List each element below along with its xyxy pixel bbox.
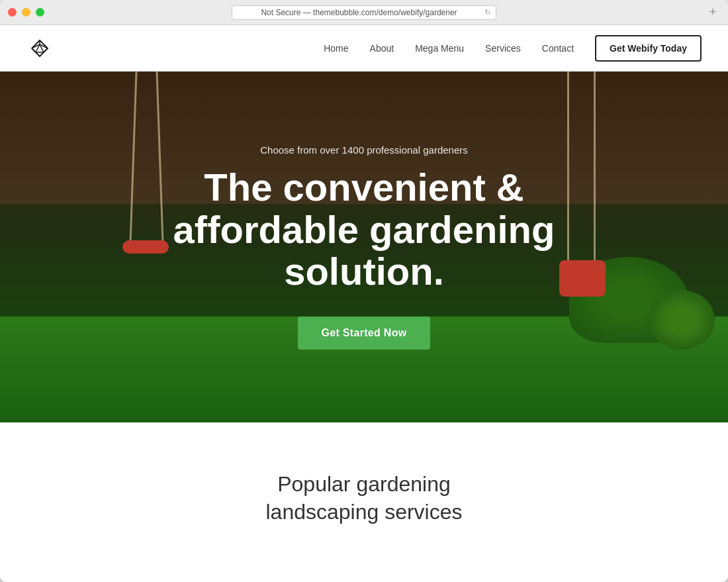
close-button[interactable] xyxy=(8,8,17,17)
hero-section: Choose from over 1400 professional garde… xyxy=(0,72,728,422)
nav-item-services[interactable]: Services xyxy=(485,43,521,54)
nav-item-contact[interactable]: Contact xyxy=(542,43,574,54)
browser-window: Not Secure — themebubble.com/demo/webify… xyxy=(0,0,728,582)
nav-links: Home About Mega Menu Services Contact Ge… xyxy=(324,35,702,62)
address-bar-text: Not Secure — themebubble.com/demo/webify… xyxy=(238,8,480,17)
below-fold-title: Popular gardeninglandscaping services xyxy=(265,471,462,526)
minimize-button[interactable] xyxy=(22,8,30,17)
traffic-lights xyxy=(8,8,44,17)
hero-subtitle: Choose from over 1400 professional garde… xyxy=(260,144,468,156)
nav-item-mega-menu[interactable]: Mega Menu xyxy=(415,43,464,54)
logo-icon xyxy=(26,35,53,62)
nav-item-about[interactable]: About xyxy=(370,43,394,54)
hero-content: Choose from over 1400 professional garde… xyxy=(0,72,728,422)
svg-line-2 xyxy=(44,48,48,52)
navbar: Home About Mega Menu Services Contact Ge… xyxy=(0,25,728,72)
address-bar[interactable]: Not Secure — themebubble.com/demo/webify… xyxy=(232,5,496,20)
website-content: Home About Mega Menu Services Contact Ge… xyxy=(0,25,728,582)
hero-title: The convenient & affordable gardening so… xyxy=(132,166,596,293)
title-bar: Not Secure — themebubble.com/demo/webify… xyxy=(0,0,728,25)
logo[interactable] xyxy=(26,35,53,62)
nav-item-home[interactable]: Home xyxy=(324,43,348,54)
new-tab-button[interactable]: + xyxy=(705,5,720,20)
below-fold-section: Popular gardeninglandscaping services xyxy=(0,422,728,561)
reload-icon[interactable]: ↻ xyxy=(484,8,490,17)
svg-line-1 xyxy=(32,48,36,52)
nav-cta-button[interactable]: Get Webify Today xyxy=(595,35,702,62)
maximize-button[interactable] xyxy=(36,8,44,17)
hero-cta-button[interactable]: Get Started Now xyxy=(298,316,431,350)
